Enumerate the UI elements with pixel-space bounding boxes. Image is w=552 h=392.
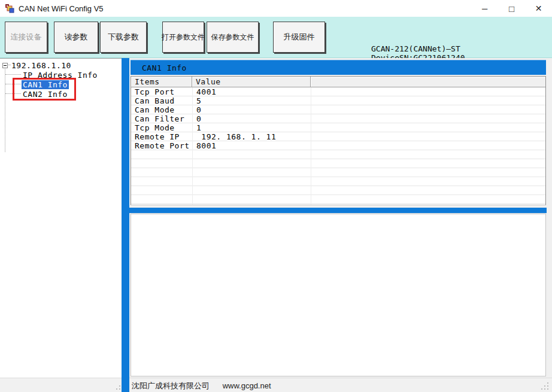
param-name: Tcp Mode [131, 123, 192, 132]
website-link: www.gcgd.net [223, 381, 271, 390]
title-bar: CAN Net WiFi Config V5 ─ □ ✕ [0, 0, 552, 17]
tree-connector-line [5, 93, 21, 94]
horizontal-splitter[interactable] [129, 208, 547, 213]
column-header-value[interactable]: Value [192, 77, 311, 87]
open-params-file-button[interactable]: 打开参数文件 [162, 22, 204, 53]
app-icon [5, 4, 14, 13]
status-text: 沈阳广成科技有限公司 www.gcgd.net [132, 381, 271, 391]
table-row[interactable]: Tcp Mode 1 [131, 123, 545, 132]
download-params-button[interactable]: 下载参数 [100, 22, 147, 53]
tree-connector-line [5, 74, 21, 75]
param-name: Can Filter [131, 114, 192, 123]
table-row[interactable]: Tcp Port 4001 [131, 87, 545, 96]
table-header-row: Items Value [131, 77, 545, 87]
column-header-items[interactable]: Items [131, 77, 192, 87]
panel-header-can1-info: CAN1 Info [131, 60, 546, 75]
param-value: 4001 [192, 87, 216, 96]
toolbar: 连接设备 读参数 下载参数 打开参数文件 保存参数文件 升级固件 GCAN-21… [0, 17, 552, 58]
vertical-splitter[interactable] [122, 58, 129, 392]
company-name: 沈阳广成科技有限公司 [132, 381, 210, 390]
status-bar: 沈阳广成科技有限公司 www.gcgd.net [0, 378, 552, 392]
tree-node-can1-info[interactable]: CAN1 Info [22, 80, 69, 89]
minimize-button[interactable]: ─ [471, 0, 498, 17]
param-value: 0 [192, 105, 201, 114]
tree-connector-line [5, 84, 21, 84]
window-title: CAN Net WiFi Config V5 [19, 4, 104, 13]
tree-collapse-icon[interactable] [2, 63, 8, 68]
resize-grip-right[interactable] [540, 381, 550, 391]
table-row[interactable]: Can Filter 0 [131, 114, 545, 123]
window-controls: ─ □ ✕ [471, 0, 552, 17]
tree-root-label[interactable]: 192.168.1.10 [10, 61, 72, 70]
param-value: 8001 [192, 141, 216, 150]
param-name: Can Mode [131, 105, 192, 114]
tree-node-can2-info[interactable]: CAN2 Info [22, 89, 69, 99]
table-row[interactable]: Can Baud 5 [131, 96, 545, 105]
table-row[interactable]: Can Mode 0 [131, 105, 545, 114]
maximize-button[interactable]: □ [498, 0, 525, 17]
upgrade-firmware-button[interactable]: 升级固件 [273, 22, 325, 53]
params-table: Items Value Tcp Port 4001 Can Baud 5 Can… [131, 76, 546, 205]
device-tree: 192.168.1.10 IP Address Info CAN1 Info C… [0, 58, 122, 378]
param-name: Can Baud [131, 96, 192, 105]
close-button[interactable]: ✕ [525, 0, 552, 17]
param-value: 1 [192, 123, 201, 132]
device-model: GCAN-212(CANNet)—ST [371, 44, 465, 53]
tree-connector-line [5, 67, 5, 152]
table-body: Tcp Port 4001 Can Baud 5 Can Mode 0 Can … [131, 87, 545, 205]
log-panel [131, 214, 546, 376]
connect-device-button[interactable]: 连接设备 [5, 22, 47, 53]
param-name: Tcp Port [131, 87, 192, 96]
tree-node-device-root[interactable]: 192.168.1.10 [0, 60, 72, 70]
column-header-filler [311, 77, 545, 87]
table-row[interactable]: Remote IP 192. 168. 1. 11 [131, 132, 545, 141]
param-name: Remote IP [131, 132, 192, 141]
param-value: 192. 168. 1. 11 [192, 132, 276, 141]
param-name: Remote Port [131, 141, 192, 150]
table-row[interactable]: Remote Port 8001 [131, 141, 545, 150]
tree-node-ip-address-info[interactable]: IP Address Info [22, 70, 99, 80]
panel-title: CAN1 Info [142, 63, 187, 72]
read-params-button[interactable]: 读参数 [54, 22, 98, 53]
param-value: 5 [192, 96, 201, 105]
save-params-file-button[interactable]: 保存参数文件 [207, 22, 259, 53]
param-value: 0 [192, 114, 201, 123]
